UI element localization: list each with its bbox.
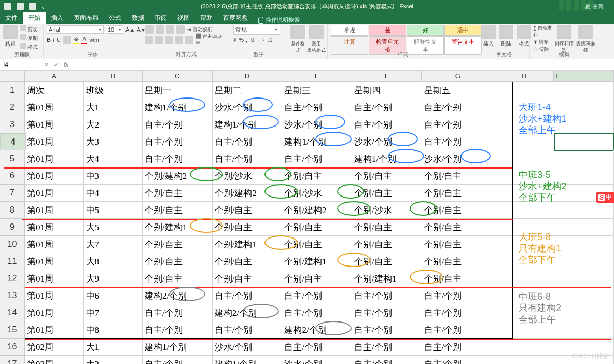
cell[interactable]: 个别/建构1 bbox=[282, 253, 352, 270]
menu-tab-页面布局[interactable]: 页面布局 bbox=[68, 12, 104, 24]
align-right-icon[interactable] bbox=[165, 36, 173, 44]
orientation-icon[interactable] bbox=[176, 25, 185, 34]
menu-tab-插入[interactable]: 插入 bbox=[46, 12, 68, 24]
cell[interactable]: 自主/个别 bbox=[143, 116, 213, 133]
row-header-3[interactable]: 3 bbox=[0, 116, 25, 133]
cell[interactable]: 个别/自主 bbox=[143, 202, 213, 219]
cell[interactable]: 个别/自主 bbox=[352, 185, 422, 202]
cell[interactable]: 沙水/个别 bbox=[282, 356, 352, 364]
cell[interactable]: 自主/个别 bbox=[422, 304, 494, 321]
cell[interactable]: 自主/个别 bbox=[352, 339, 422, 356]
cell[interactable] bbox=[494, 202, 554, 219]
dec-decimal-icon[interactable]: ←.0 bbox=[262, 37, 272, 43]
row-header-1[interactable]: 1 bbox=[0, 82, 25, 99]
ime-indicator[interactable]: S中 bbox=[596, 192, 614, 203]
cell[interactable] bbox=[554, 82, 614, 99]
menu-tab-开始[interactable]: 开始 bbox=[23, 12, 46, 24]
cell[interactable]: 个别/建构2 bbox=[143, 167, 213, 185]
cell[interactable]: 周次 bbox=[25, 82, 84, 99]
cell[interactable]: 个别/自主 bbox=[143, 185, 213, 202]
cell[interactable]: 沙水/个别 bbox=[213, 339, 283, 356]
cell[interactable]: 个别/建构1 bbox=[143, 219, 213, 236]
cell[interactable]: 中6 bbox=[84, 287, 143, 304]
cell[interactable]: 沙水/个别 bbox=[213, 99, 283, 116]
name-box[interactable]: I4 bbox=[0, 59, 41, 70]
cell[interactable]: 个别/自主 bbox=[282, 167, 352, 185]
find-select-button[interactable]: 查找和选择 bbox=[576, 25, 595, 54]
col-header-F[interactable]: F bbox=[352, 71, 422, 82]
cell[interactable]: 个别/自主 bbox=[422, 253, 494, 270]
cell[interactable]: 建构1/个别 bbox=[352, 150, 422, 167]
cell[interactable]: 中3 bbox=[84, 167, 143, 185]
cell[interactable]: 建构1/个别 bbox=[213, 116, 283, 133]
cell[interactable]: 自主/个别 bbox=[213, 287, 283, 304]
cell[interactable]: 第01周 bbox=[25, 219, 84, 236]
fx-icon[interactable]: fx bbox=[64, 61, 68, 68]
cell[interactable]: 个别/自主 bbox=[422, 236, 494, 253]
cell[interactable]: 大1 bbox=[84, 339, 143, 356]
style-bad[interactable]: 差 bbox=[369, 25, 406, 36]
cell[interactable]: 大1 bbox=[84, 99, 143, 116]
cell[interactable] bbox=[494, 82, 554, 99]
cell[interactable]: 个别/自主 bbox=[422, 167, 494, 185]
row-header-12[interactable]: 12 bbox=[0, 270, 25, 287]
cell[interactable]: 个别/建构1 bbox=[213, 236, 283, 253]
row-header-4[interactable]: 4 bbox=[0, 133, 26, 150]
align-left-icon[interactable] bbox=[145, 36, 153, 44]
cell[interactable]: 第01周 bbox=[25, 150, 84, 167]
cell[interactable]: 建构2/个别 bbox=[143, 287, 213, 304]
indent-inc-icon[interactable] bbox=[185, 36, 193, 44]
cell[interactable]: 自主/个别 bbox=[422, 339, 494, 356]
cell[interactable]: 自主/个别 bbox=[352, 321, 422, 339]
align-top-icon[interactable] bbox=[145, 25, 153, 34]
cell[interactable]: 个别/建构1 bbox=[352, 270, 422, 287]
phonetic-button[interactable]: wén bbox=[89, 37, 99, 43]
increase-font-icon[interactable]: A▲ bbox=[125, 26, 135, 33]
cell[interactable]: 沙水/个别 bbox=[352, 133, 422, 150]
cell[interactable]: 自主/个别 bbox=[282, 99, 352, 116]
cell[interactable]: 自主/个别 bbox=[143, 133, 213, 150]
cell[interactable]: 自主/个别 bbox=[422, 99, 494, 116]
insert-cells-button[interactable]: 插入 bbox=[481, 25, 496, 48]
cell[interactable]: 个别/自主 bbox=[282, 236, 352, 253]
fill-button[interactable]: ▼ 填充 bbox=[533, 39, 552, 46]
select-all-corner[interactable] bbox=[0, 71, 25, 82]
row-header-13[interactable]: 13 bbox=[0, 287, 25, 304]
inc-decimal-icon[interactable]: .0→ bbox=[249, 37, 260, 43]
cell[interactable]: 大9 bbox=[84, 270, 143, 287]
cell[interactable]: 个别/自主 bbox=[422, 202, 494, 219]
cell[interactable]: 个别/自主 bbox=[213, 253, 283, 270]
cell[interactable]: 自主/个别 bbox=[213, 321, 283, 339]
wrap-text-button[interactable]: ⇥ 自动换行 bbox=[187, 26, 213, 33]
cell[interactable] bbox=[554, 287, 614, 304]
menu-tab-视图[interactable]: 视图 bbox=[172, 12, 195, 24]
cell[interactable]: 自主/个别 bbox=[143, 304, 213, 321]
col-header-D[interactable]: D bbox=[213, 71, 283, 82]
cell[interactable]: 自主/个别 bbox=[282, 150, 352, 167]
cell[interactable]: 个别/自主 bbox=[143, 253, 213, 270]
cell[interactable]: 第01周 bbox=[25, 185, 84, 202]
cell[interactable]: 建构2/个别 bbox=[282, 321, 352, 339]
currency-icon[interactable]: ¥ bbox=[233, 37, 236, 43]
cell[interactable]: 第01周 bbox=[25, 236, 84, 253]
row-header-6[interactable]: 6 bbox=[0, 167, 25, 185]
cell[interactable]: 第01周 bbox=[25, 116, 84, 133]
cell[interactable]: 自主/个别 bbox=[282, 339, 352, 356]
cell[interactable]: 大7 bbox=[84, 236, 143, 253]
cell[interactable]: 个别/沙水 bbox=[213, 167, 283, 185]
cell[interactable]: 中8 bbox=[84, 321, 143, 339]
cell[interactable] bbox=[494, 339, 554, 356]
row-header-11[interactable]: 11 bbox=[0, 253, 25, 270]
row-header-15[interactable]: 15 bbox=[0, 321, 25, 339]
cell[interactable] bbox=[554, 304, 614, 321]
cell[interactable]: 星期一 bbox=[143, 82, 213, 99]
cell[interactable]: 第01周 bbox=[25, 202, 84, 219]
col-header-H[interactable]: H bbox=[494, 71, 554, 82]
row-header-10[interactable]: 10 bbox=[0, 236, 25, 253]
paste-button[interactable]: 粘贴 bbox=[3, 25, 18, 51]
cell[interactable] bbox=[494, 270, 554, 287]
cell[interactable]: 自主/个别 bbox=[143, 150, 213, 167]
cell[interactable]: 第02周 bbox=[25, 339, 84, 356]
cell[interactable]: 个别/自主 bbox=[143, 236, 213, 253]
cell[interactable]: 大3 bbox=[84, 133, 143, 150]
